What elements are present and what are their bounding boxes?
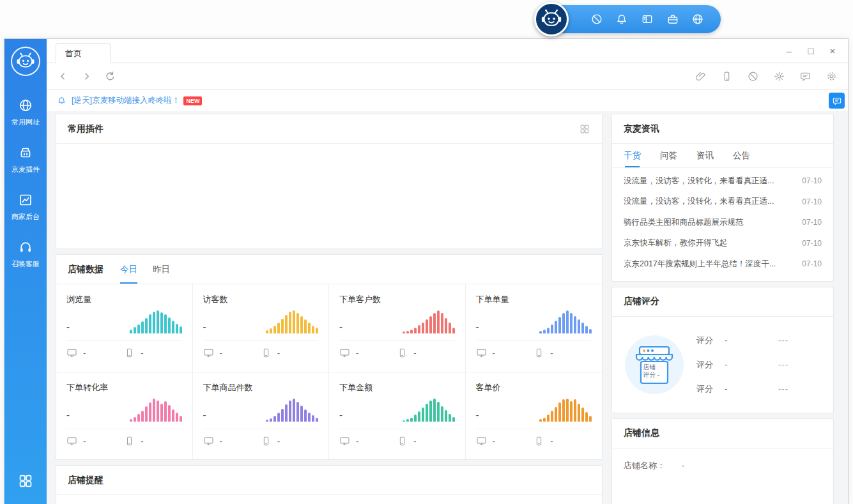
tab-wenda[interactable]: 问答 bbox=[660, 144, 677, 167]
sidebar-robot-logo[interactable] bbox=[11, 47, 40, 76]
jingmai-robot-logo[interactable] bbox=[534, 2, 569, 36]
mobile-value: - bbox=[277, 436, 280, 446]
card-title: 京麦资讯 bbox=[624, 123, 659, 135]
notice-link[interactable]: [逆天]京麦移动端接入咚咚啦！ bbox=[72, 95, 180, 106]
forward-icon[interactable] bbox=[81, 70, 93, 82]
metric-tile-order-customers[interactable]: 下单客户数 - - - bbox=[329, 284, 466, 372]
storefront-icon: 店铺 评分 - bbox=[624, 334, 688, 395]
comment-icon[interactable] bbox=[799, 70, 811, 82]
metric-tile-visitors[interactable]: 访客数 - - - bbox=[193, 284, 330, 372]
tab-zixun[interactable]: 资讯 bbox=[696, 144, 714, 167]
globe-icon[interactable] bbox=[685, 5, 711, 33]
new-badge: NEW bbox=[183, 96, 202, 105]
metric-tile-order-amount[interactable]: 下单金额 - - - bbox=[329, 372, 466, 459]
tab-gonggao[interactable]: 公告 bbox=[733, 144, 750, 167]
mobile-value: - bbox=[413, 348, 416, 358]
rating-row: 评分 - --- bbox=[696, 377, 822, 401]
paperclip-icon[interactable] bbox=[695, 70, 707, 82]
monitor-icon bbox=[66, 436, 77, 447]
news-item[interactable]: 没流量，没访客，没转化，来看看真正适... 07-10 bbox=[612, 171, 833, 192]
rating-row: 评分 - --- bbox=[696, 353, 822, 377]
phone-icon[interactable] bbox=[721, 70, 733, 82]
tab-ganhuo[interactable]: 干货 bbox=[624, 144, 641, 167]
mobile-value: - bbox=[550, 348, 553, 358]
sidebar-item-label: 常用网址 bbox=[12, 118, 40, 127]
mobile-icon bbox=[534, 436, 544, 447]
sparkline bbox=[394, 310, 455, 333]
rating-body: 店铺 评分 - 评分 - --- 评分 bbox=[612, 317, 833, 413]
metric-label: 访客数 bbox=[203, 294, 319, 305]
sidebar-item-common-sites[interactable]: 常用网址 bbox=[12, 98, 40, 127]
tab-home[interactable]: 首页 bbox=[56, 43, 111, 63]
pc-value: - bbox=[356, 348, 358, 358]
tab-yesterday[interactable]: 昨日 bbox=[153, 255, 170, 284]
sidebar-item-plugins[interactable]: 京麦插件 bbox=[12, 145, 40, 174]
shop-reminder-card: 店铺提醒 bbox=[56, 465, 603, 504]
tab-today[interactable]: 今日 bbox=[120, 255, 137, 284]
metric-label: 下单转化率 bbox=[66, 382, 182, 393]
panels-icon[interactable] bbox=[634, 5, 660, 33]
refresh-icon[interactable] bbox=[104, 70, 116, 82]
sidebar-nav: 常用网址 京麦插件 商家后台 召唤客服 bbox=[12, 98, 40, 269]
card-title: 店铺信息 bbox=[624, 427, 659, 439]
card-header: 店铺信息 bbox=[612, 419, 833, 448]
shop-data-card: 店铺数据 今日 昨日 浏览量 - bbox=[56, 254, 603, 460]
sidebar: 常用网址 京麦插件 商家后台 召唤客服 bbox=[4, 39, 47, 504]
close-button[interactable]: × bbox=[824, 43, 841, 59]
theme-icon[interactable] bbox=[773, 70, 785, 82]
pc-value: - bbox=[356, 436, 358, 446]
back-icon[interactable] bbox=[57, 70, 69, 82]
news-date: 07-10 bbox=[802, 218, 822, 227]
sparkline bbox=[121, 399, 182, 422]
metric-value: - bbox=[339, 409, 342, 422]
circle-slash-icon[interactable] bbox=[747, 70, 759, 82]
monitor-icon bbox=[339, 347, 350, 358]
news-title: 京东2017年搜索规则上半年总结！深度干... bbox=[624, 259, 794, 270]
news-date: 07-10 bbox=[802, 176, 822, 185]
shop-data-tabs: 今日 昨日 bbox=[120, 255, 170, 284]
settings-gear-icon[interactable] bbox=[826, 70, 838, 82]
news-item[interactable]: 没流量，没访客，没转化，来看看真正适... 07-10 bbox=[612, 192, 833, 213]
card-header: 京麦资讯 bbox=[612, 114, 833, 144]
metric-tile-order-count[interactable]: 下单单量 - - - bbox=[466, 284, 603, 372]
pc-value: - bbox=[83, 436, 86, 446]
rating-row: 评分 - --- bbox=[696, 328, 822, 353]
sparkline bbox=[530, 399, 592, 422]
mobile-value: - bbox=[141, 348, 143, 358]
metric-tile-pageviews[interactable]: 浏览量 - - - bbox=[56, 284, 193, 372]
window-main: 首页 – □ × bbox=[47, 39, 848, 504]
bell-icon[interactable] bbox=[610, 5, 635, 33]
metric-value: - bbox=[476, 409, 479, 422]
layout-grid-icon[interactable] bbox=[579, 123, 590, 135]
dongdong-icon[interactable] bbox=[829, 93, 845, 109]
news-item[interactable]: 京东快车解析，教你开得飞起 07-10 bbox=[612, 233, 833, 254]
maximize-button[interactable]: □ bbox=[802, 43, 820, 59]
right-column: 京麦资讯 干货 问答 资讯 公告 没流量，没访客，没转化，来看看真正适... 0… bbox=[611, 114, 834, 504]
storefront-label: 店铺 评分 - bbox=[643, 363, 659, 379]
mobile-icon bbox=[397, 347, 408, 358]
card-title: 常用插件 bbox=[68, 123, 104, 135]
shop-name-row: 店铺名称： - bbox=[612, 448, 833, 471]
news-item[interactable]: 京东2017年搜索规则上半年总结！深度干... 07-10 bbox=[612, 254, 833, 275]
metric-tile-conversion-rate[interactable]: 下单转化率 - - - bbox=[56, 372, 193, 459]
minimize-button[interactable]: – bbox=[780, 43, 798, 59]
news-title: 骑行品类主图和商品标题展示规范 bbox=[624, 217, 794, 228]
floating-toolbar bbox=[543, 5, 721, 33]
metric-tile-avg-order-value[interactable]: 客单价 - - - bbox=[466, 372, 603, 459]
left-column: 常用插件 店铺数据 今日 昨日 bbox=[56, 114, 603, 504]
sidebar-item-label: 京麦插件 bbox=[12, 165, 40, 174]
mobile-icon bbox=[397, 436, 408, 447]
card-header: 店铺评分 bbox=[612, 287, 833, 317]
circle-slash-icon[interactable] bbox=[584, 5, 610, 33]
toolbox-icon[interactable] bbox=[660, 5, 686, 33]
metric-tile-item-count[interactable]: 下单商品件数 - - - bbox=[193, 372, 330, 459]
headset-icon bbox=[18, 240, 33, 255]
card-header: 店铺数据 今日 昨日 bbox=[56, 255, 602, 284]
sidebar-apps-grid-button[interactable] bbox=[17, 473, 34, 492]
monitor-icon bbox=[203, 436, 214, 447]
card-title: 店铺提醒 bbox=[68, 475, 104, 486]
news-item[interactable]: 骑行品类主图和商品标题展示规范 07-10 bbox=[612, 212, 833, 233]
sidebar-item-merchant-backend[interactable]: 商家后台 bbox=[12, 192, 40, 222]
metric-label: 下单客户数 bbox=[339, 294, 455, 305]
sidebar-item-customer-service[interactable]: 召唤客服 bbox=[12, 240, 40, 269]
